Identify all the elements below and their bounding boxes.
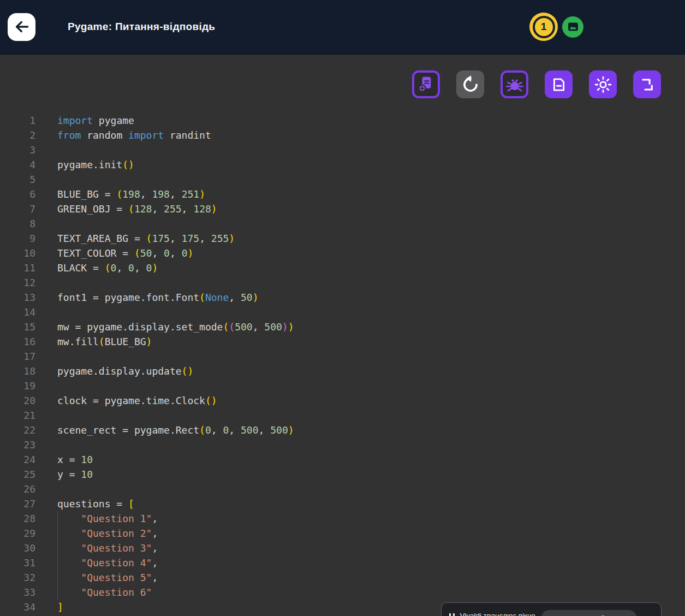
code-text: BLUE_BG = (198, 198, 251) xyxy=(57,187,205,202)
code-text: TEXT_COLOR = (50, 0, 0) xyxy=(57,246,193,260)
code-text: "Question 1", xyxy=(57,511,158,526)
code-line: 10TEXT_COLOR = (50, 0, 0) xyxy=(0,246,685,260)
line-number: 14 xyxy=(0,305,35,319)
code-line: 30 "Question 3", xyxy=(0,541,685,555)
code-line: 11BLACK = (0, 0, 0) xyxy=(0,260,685,275)
header-badges: 1 xyxy=(529,13,583,41)
sharing-indicator-icon xyxy=(449,610,455,616)
screen-share-toast: Vivaldi транслює вікно Більше не відобра… xyxy=(441,602,662,616)
code-text: font1 = pygame.font.Font(None, 50) xyxy=(57,290,259,305)
line-number: 24 xyxy=(0,452,35,467)
editor-toolbar xyxy=(0,55,685,111)
code-line: 27questions = [ xyxy=(0,496,685,511)
code-text xyxy=(57,143,63,157)
code-line: 21 xyxy=(0,408,685,423)
code-text: BLACK = (0, 0, 0) xyxy=(57,260,158,275)
code-line: 26 xyxy=(0,482,685,496)
back-arrow-icon xyxy=(13,17,31,36)
page-title[interactable]: Pygame: Питання-відповідь xyxy=(68,21,529,33)
code-text: questions = [ xyxy=(57,496,134,511)
line-number: 16 xyxy=(0,334,35,349)
line-number: 33 xyxy=(0,585,35,600)
code-text: pygame.display.update() xyxy=(57,364,193,378)
code-line: 29 "Question 2", xyxy=(0,526,685,541)
line-number: 11 xyxy=(0,260,35,275)
code-line: 9TEXT_AREA_BG = (175, 175, 255) xyxy=(0,231,685,246)
line-number: 15 xyxy=(0,319,35,334)
undo-button[interactable] xyxy=(456,70,484,98)
line-number: 23 xyxy=(0,437,35,452)
add-file-button[interactable] xyxy=(412,70,440,98)
code-text xyxy=(57,216,63,231)
line-number: 7 xyxy=(0,202,35,216)
code-text: GREEN_OBJ = (128, 255, 128) xyxy=(57,202,217,216)
line-number: 13 xyxy=(0,290,35,305)
code-line: 17 xyxy=(0,349,685,364)
code-text: TEXT_AREA_BG = (175, 175, 255) xyxy=(57,231,235,246)
code-line: 16mw.fill(BLUE_BG) xyxy=(0,334,685,349)
code-text xyxy=(57,482,63,496)
save-floppy-icon xyxy=(549,75,569,94)
dismiss-share-button[interactable]: Більше не відображати xyxy=(541,610,637,616)
images-badge[interactable] xyxy=(562,16,583,38)
code-line: 13font1 = pygame.font.Font(None, 50) xyxy=(0,290,685,305)
line-number: 27 xyxy=(0,496,35,511)
code-text: mw = pygame.display.set_mode((500, 500)) xyxy=(57,319,294,334)
line-number: 8 xyxy=(0,216,35,231)
code-text: x = 10 xyxy=(57,452,93,467)
code-line: 19 xyxy=(0,378,685,393)
code-text: "Question 3", xyxy=(57,541,158,555)
line-number: 3 xyxy=(0,143,35,157)
code-text: "Question 5", xyxy=(57,570,158,585)
line-number: 1 xyxy=(0,113,35,128)
code-editor[interactable]: 1import pygame2from random import randin… xyxy=(0,111,685,614)
line-number: 28 xyxy=(0,511,35,526)
code-line: 14 xyxy=(0,305,685,319)
back-button[interactable] xyxy=(8,13,35,41)
line-number: 22 xyxy=(0,423,35,437)
line-number: 31 xyxy=(0,555,35,570)
code-line: 15mw = pygame.display.set_mode((500, 500… xyxy=(0,319,685,334)
code-line: 24x = 10 xyxy=(0,452,685,467)
debug-button[interactable] xyxy=(501,70,528,98)
code-line: 23 xyxy=(0,437,685,452)
save-button[interactable] xyxy=(545,70,573,98)
code-line: 18pygame.display.update() xyxy=(0,364,685,378)
line-number: 21 xyxy=(0,408,35,423)
code-line: 2from random import randint xyxy=(0,128,685,143)
coin-ring: 1 xyxy=(533,16,555,38)
code-text: from random import randint xyxy=(57,128,211,143)
line-number: 10 xyxy=(0,246,35,260)
document-plus-icon xyxy=(415,74,437,96)
code-text: "Question 2", xyxy=(57,526,158,541)
code-text: import pygame xyxy=(57,113,134,128)
line-number: 12 xyxy=(0,275,35,290)
hide-share-button[interactable]: Сховати xyxy=(642,610,677,616)
coins-badge[interactable]: 1 xyxy=(529,13,558,41)
code-line: 5 xyxy=(0,172,685,187)
line-number: 26 xyxy=(0,482,35,496)
code-text: "Question 6" xyxy=(57,585,152,600)
coin-count: 1 xyxy=(541,21,547,33)
code-line: 6BLUE_BG = (198, 198, 251) xyxy=(0,187,685,202)
code-text: y = 10 xyxy=(57,467,93,482)
line-number: 9 xyxy=(0,231,35,246)
code-text: ] xyxy=(57,600,63,614)
code-line: 7GREEN_OBJ = (128, 255, 128) xyxy=(0,202,685,216)
fullscreen-button[interactable] xyxy=(633,70,661,98)
code-text: mw.fill(BLUE_BG) xyxy=(57,334,152,349)
code-text xyxy=(57,349,63,364)
line-number: 19 xyxy=(0,378,35,393)
sun-icon xyxy=(593,74,613,95)
expand-icon xyxy=(638,75,657,94)
code-line: 25y = 10 xyxy=(0,467,685,482)
brightness-button[interactable] xyxy=(589,70,617,98)
code-text xyxy=(57,172,63,187)
code-line: 3 xyxy=(0,143,685,157)
code-text: scene_rect = pygame.Rect(0, 0, 500, 500) xyxy=(57,423,294,437)
line-number: 30 xyxy=(0,541,35,555)
line-number: 29 xyxy=(0,526,35,541)
code-text: clock = pygame.time.Clock() xyxy=(57,393,217,408)
code-text xyxy=(57,305,63,319)
line-number: 4 xyxy=(0,157,35,172)
